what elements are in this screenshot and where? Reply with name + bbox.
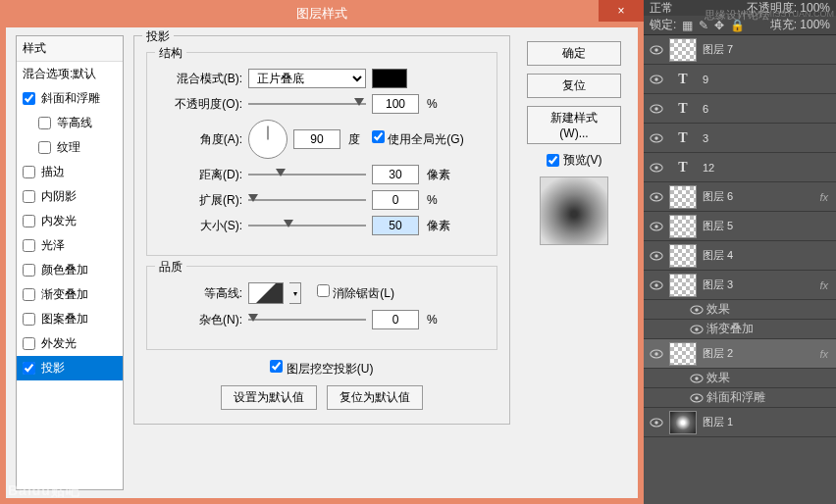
style-item-2[interactable]: 等高线 — [17, 111, 123, 135]
style-item-6[interactable]: 内发光 — [17, 209, 123, 233]
layer-effect-sub[interactable]: 效果 — [644, 369, 836, 388]
layer-row[interactable]: 图层 6fx — [644, 182, 836, 212]
layer-thumbnail[interactable] — [669, 185, 697, 209]
size-input[interactable]: 50 — [372, 216, 419, 235]
set-default-button[interactable]: 设置为默认值 — [221, 385, 317, 410]
visibility-icon[interactable] — [644, 163, 669, 173]
visibility-icon[interactable] — [687, 325, 706, 334]
visibility-icon[interactable] — [644, 418, 669, 428]
opacity-slider[interactable] — [248, 98, 366, 110]
layer-row[interactable]: 图层 7 — [644, 35, 836, 65]
visibility-icon[interactable] — [644, 45, 669, 55]
style-checkbox[interactable] — [23, 362, 35, 375]
visibility-icon[interactable] — [644, 75, 669, 84]
style-item-11[interactable]: 外发光 — [17, 331, 123, 356]
layer-row[interactable]: T3 — [644, 124, 836, 153]
contour-picker[interactable] — [248, 282, 284, 304]
style-checkbox[interactable] — [38, 117, 51, 129]
distance-input[interactable]: 30 — [372, 165, 419, 184]
layer-thumbnail[interactable]: T — [669, 156, 697, 179]
noise-input[interactable]: 0 — [372, 310, 419, 329]
style-checkbox[interactable] — [23, 215, 35, 227]
close-button[interactable]: × — [599, 0, 644, 22]
style-checkbox[interactable] — [23, 288, 35, 301]
style-checkbox[interactable] — [23, 337, 35, 350]
layer-thumbnail[interactable] — [669, 244, 697, 268]
size-slider[interactable] — [248, 220, 366, 231]
ok-button[interactable]: 确定 — [527, 41, 621, 66]
angle-dial[interactable] — [248, 120, 287, 159]
blend-mode-select[interactable]: 正片叠底 — [248, 69, 366, 88]
noise-slider[interactable] — [248, 314, 366, 326]
global-light-check[interactable]: 使用全局光(G) — [372, 130, 464, 148]
layer-row[interactable]: T12 — [644, 153, 836, 182]
style-checkbox[interactable] — [23, 190, 35, 203]
fx-badge[interactable]: fx — [819, 279, 828, 291]
layer-effect-sub[interactable]: 效果 — [644, 300, 836, 320]
layer-row[interactable]: 图层 1 — [644, 408, 836, 437]
new-style-button[interactable]: 新建样式(W)... — [527, 106, 621, 144]
visibility-icon[interactable] — [644, 349, 669, 359]
svg-point-9 — [654, 166, 658, 170]
spread-input[interactable]: 0 — [372, 190, 419, 210]
lock-pixels-icon[interactable]: ▦ — [682, 19, 693, 32]
preview-check[interactable]: 预览(V) — [547, 152, 602, 169]
layer-thumbnail[interactable] — [669, 342, 697, 366]
distance-slider[interactable] — [248, 169, 366, 180]
layer-effect-sub[interactable]: 渐变叠加 — [644, 320, 836, 339]
style-checkbox[interactable] — [23, 239, 35, 252]
style-item-7[interactable]: 光泽 — [17, 233, 123, 258]
layer-thumbnail[interactable] — [669, 38, 697, 62]
layer-effect-sub[interactable]: 斜面和浮雕 — [644, 388, 836, 408]
shadow-color-swatch[interactable] — [372, 69, 407, 88]
spread-slider[interactable] — [248, 194, 366, 206]
opacity-input[interactable]: 100 — [372, 94, 419, 114]
reset-button[interactable]: 复位 — [527, 74, 621, 98]
visibility-icon[interactable] — [687, 393, 706, 403]
layer-row[interactable]: T6 — [644, 94, 836, 124]
layer-row[interactable]: 图层 2fx — [644, 339, 836, 369]
quality-legend: 品质 — [155, 259, 186, 276]
layer-thumbnail[interactable]: T — [669, 97, 697, 121]
style-item-5[interactable]: 内阴影 — [17, 184, 123, 209]
style-item-4[interactable]: 描边 — [17, 160, 123, 184]
style-item-10[interactable]: 图案叠加 — [17, 307, 123, 331]
layer-thumbnail[interactable]: T — [669, 68, 697, 91]
layer-row[interactable]: 图层 4 — [644, 241, 836, 271]
style-item-3[interactable]: 纹理 — [17, 135, 123, 160]
style-checkbox[interactable] — [23, 166, 35, 178]
style-checkbox[interactable] — [23, 264, 35, 277]
style-checkbox[interactable] — [38, 141, 51, 154]
contour-dropdown[interactable]: ▾ — [289, 282, 301, 304]
style-item-9[interactable]: 渐变叠加 — [17, 282, 123, 307]
fx-badge[interactable]: fx — [819, 191, 828, 203]
style-checkbox[interactable] — [23, 92, 35, 105]
layer-row[interactable]: T9 — [644, 65, 836, 94]
style-item-1[interactable]: 斜面和浮雕 — [17, 86, 123, 111]
layer-thumbnail[interactable]: T — [669, 126, 697, 150]
layer-thumbnail[interactable] — [669, 215, 697, 238]
visibility-icon[interactable] — [644, 192, 669, 202]
layer-thumbnail[interactable] — [669, 274, 697, 297]
style-item-0[interactable]: 混合选项:默认 — [17, 62, 123, 86]
visibility-icon[interactable] — [644, 280, 669, 290]
visibility-icon[interactable] — [687, 374, 706, 383]
layer-thumbnail[interactable] — [669, 411, 697, 434]
angle-input[interactable]: 90 — [293, 129, 340, 149]
visibility-icon[interactable] — [687, 305, 706, 315]
fx-badge[interactable]: fx — [819, 348, 828, 360]
visibility-icon[interactable] — [644, 133, 669, 143]
style-item-8[interactable]: 颜色叠加 — [17, 258, 123, 282]
reset-default-button[interactable]: 复位为默认值 — [327, 385, 423, 410]
style-item-12[interactable]: 投影 — [17, 356, 123, 380]
layer-row[interactable]: 图层 5 — [644, 212, 836, 241]
svg-point-19 — [695, 308, 699, 312]
style-label: 外发光 — [41, 335, 77, 352]
style-checkbox[interactable] — [23, 313, 35, 326]
antialias-check[interactable]: 消除锯齿(L) — [317, 284, 394, 302]
knockout-check[interactable]: 图层挖空投影(U) — [270, 362, 373, 376]
visibility-icon[interactable] — [644, 251, 669, 261]
layer-row[interactable]: 图层 3fx — [644, 271, 836, 300]
visibility-icon[interactable] — [644, 104, 669, 114]
visibility-icon[interactable] — [644, 222, 669, 231]
